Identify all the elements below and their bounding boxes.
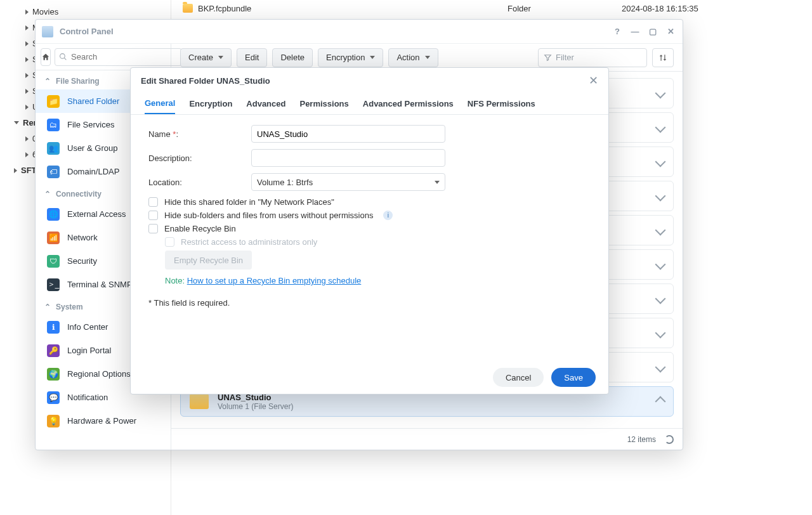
close-icon[interactable]: ✕ — [665, 26, 676, 37]
network-icon: 📶 — [47, 231, 60, 244]
chevron-down-icon[interactable] — [655, 157, 666, 167]
info-icon: ℹ — [47, 321, 60, 334]
chevron-down-icon[interactable] — [655, 225, 666, 236]
encryption-button[interactable]: Encryption — [318, 48, 383, 67]
chevron-up-icon[interactable] — [655, 396, 666, 407]
chevron-down-icon[interactable] — [655, 259, 666, 270]
search-input[interactable] — [55, 48, 182, 66]
shield-icon: 🛡 — [47, 255, 60, 268]
cancel-button[interactable]: Cancel — [493, 368, 544, 387]
bulb-icon: 💡 — [47, 415, 60, 427]
save-button[interactable]: Save — [551, 368, 596, 387]
sort-icon — [658, 53, 667, 62]
folder-subtitle: Volume 1 (File Server) — [218, 402, 648, 411]
chevron-down-icon[interactable] — [655, 88, 666, 99]
tree-node[interactable]: Movies — [0, 4, 171, 20]
caret-down-icon — [435, 181, 440, 184]
domain-icon: 🏷 — [47, 166, 60, 178]
info-icon[interactable]: i — [383, 211, 393, 220]
chevron-down-icon[interactable] — [655, 191, 666, 202]
window-title: Control Panel — [60, 27, 114, 36]
app-icon — [42, 26, 53, 37]
minimize-icon[interactable]: — — [629, 26, 641, 37]
restrict-admin-checkbox: Restrict access to administrators only — [165, 237, 589, 247]
caret-down-icon — [370, 56, 375, 59]
table-row[interactable]: BKP.fcpbundle Folder 2024-08-18 16:15:35 — [171, 0, 812, 16]
name-label: Name *: — [148, 129, 251, 139]
hide-network-checkbox[interactable]: Hide this shared folder in "My Network P… — [148, 197, 589, 207]
description-field[interactable] — [251, 149, 445, 167]
tab-advanced[interactable]: Advanced — [246, 93, 285, 114]
dialog-tabs: General Encryption Advanced Permissions … — [131, 93, 608, 115]
caret-down-icon — [218, 56, 223, 59]
close-icon[interactable]: ✕ — [589, 74, 598, 88]
user-group-icon: 👥 — [47, 142, 60, 155]
empty-recycle-bin-button: Empty Recycle Bin — [165, 251, 252, 270]
edit-shared-folder-dialog: Edit Shared Folder UNAS_Studio ✕ General… — [130, 67, 609, 394]
search-icon — [59, 53, 67, 61]
regional-icon: 🌍 — [47, 368, 60, 381]
tab-general[interactable]: General — [145, 93, 175, 114]
tab-advanced-permissions[interactable]: Advanced Permissions — [363, 93, 454, 114]
name-field[interactable] — [251, 125, 445, 143]
home-button[interactable] — [41, 48, 51, 66]
refresh-icon[interactable] — [665, 435, 674, 444]
chevron-down-icon[interactable] — [655, 362, 666, 373]
required-note: * This field is required. — [148, 298, 589, 308]
list-footer: 12 items — [171, 428, 683, 450]
recycle-bin-note: Note: How to set up a Recycle Bin emptyi… — [165, 276, 589, 285]
sidebar-item-hardware-power[interactable]: 💡Hardware & Power — [36, 409, 171, 433]
terminal-icon: ＞_ — [47, 278, 60, 291]
folder-icon — [190, 394, 209, 409]
svg-line-1 — [64, 58, 66, 60]
file-services-icon: 🗂 — [47, 119, 60, 131]
filter-input[interactable]: Filter — [538, 48, 647, 67]
filter-icon — [544, 53, 552, 62]
caret-down-icon — [425, 56, 430, 59]
description-label: Description: — [148, 153, 251, 163]
help-icon[interactable]: ? — [612, 26, 623, 37]
edit-button[interactable]: Edit — [237, 48, 267, 67]
maximize-icon[interactable]: ▢ — [647, 26, 658, 37]
tab-nfs-permissions[interactable]: NFS Permissions — [468, 93, 535, 114]
tab-permissions[interactable]: Permissions — [299, 93, 348, 114]
svg-point-0 — [60, 54, 65, 59]
action-button[interactable]: Action — [388, 48, 438, 67]
item-count: 12 items — [627, 435, 656, 444]
chevron-down-icon[interactable] — [655, 328, 666, 339]
enable-recycle-bin-checkbox[interactable]: Enable Recycle Bin — [148, 224, 589, 233]
folder-icon — [183, 4, 193, 13]
chevron-down-icon[interactable] — [655, 122, 666, 133]
create-button[interactable]: Create — [180, 48, 232, 67]
folder-icon: 📁 — [47, 95, 60, 108]
notification-icon: 💬 — [47, 391, 60, 404]
location-select[interactable]: Volume 1: Btrfs — [251, 173, 445, 191]
hide-subfolders-checkbox[interactable]: Hide sub-folders and files from users wi… — [148, 211, 589, 220]
login-icon: 🔑 — [47, 344, 60, 357]
chevron-down-icon[interactable] — [655, 294, 666, 304]
tab-encryption[interactable]: Encryption — [189, 93, 232, 114]
recycle-bin-schedule-link[interactable]: How to set up a Recycle Bin emptying sch… — [187, 276, 362, 285]
location-label: Location: — [148, 178, 251, 187]
dialog-title: Edit Shared Folder UNAS_Studio — [141, 76, 270, 86]
window-titlebar[interactable]: Control Panel ? — ▢ ✕ — [36, 20, 683, 44]
sort-button[interactable] — [652, 48, 674, 67]
external-access-icon: 🌐 — [47, 208, 60, 221]
delete-button[interactable]: Delete — [272, 48, 313, 67]
